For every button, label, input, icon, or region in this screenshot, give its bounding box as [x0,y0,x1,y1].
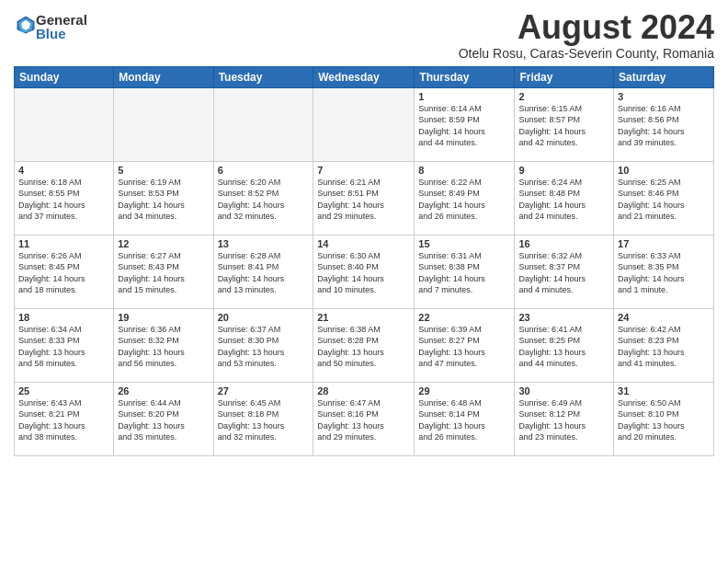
week-row-4: 18Sunrise: 6:34 AM Sunset: 8:33 PM Dayli… [15,308,714,382]
day-number: 12 [118,238,209,249]
day-info: Sunrise: 6:16 AM Sunset: 8:56 PM Dayligh… [618,103,710,149]
col-header-wednesday: Wednesday [313,66,415,87]
day-number: 24 [618,312,710,323]
day-cell: 18Sunrise: 6:34 AM Sunset: 8:33 PM Dayli… [15,308,114,382]
day-cell: 24Sunrise: 6:42 AM Sunset: 8:23 PM Dayli… [614,308,714,382]
logo-text: General Blue [36,13,87,40]
day-number: 1 [418,91,510,102]
day-info: Sunrise: 6:36 AM Sunset: 8:32 PM Dayligh… [118,324,209,370]
day-number: 26 [118,385,209,396]
day-info: Sunrise: 6:26 AM Sunset: 8:45 PM Dayligh… [18,250,109,296]
day-number: 31 [618,385,710,396]
day-info: Sunrise: 6:49 AM Sunset: 8:12 PM Dayligh… [518,397,609,443]
day-cell: 11Sunrise: 6:26 AM Sunset: 8:45 PM Dayli… [15,235,114,308]
day-info: Sunrise: 6:19 AM Sunset: 8:53 PM Dayligh… [118,177,209,223]
day-cell: 25Sunrise: 6:43 AM Sunset: 8:21 PM Dayli… [15,382,114,455]
day-info: Sunrise: 6:24 AM Sunset: 8:48 PM Dayligh… [518,177,609,223]
day-number: 3 [618,91,710,102]
day-info: Sunrise: 6:28 AM Sunset: 8:41 PM Dayligh… [218,250,310,296]
day-info: Sunrise: 6:50 AM Sunset: 8:10 PM Dayligh… [618,397,710,443]
day-cell: 3Sunrise: 6:16 AM Sunset: 8:56 PM Daylig… [614,87,714,161]
day-cell: 1Sunrise: 6:14 AM Sunset: 8:59 PM Daylig… [415,87,515,161]
day-number: 8 [418,165,510,176]
day-cell: 2Sunrise: 6:15 AM Sunset: 8:57 PM Daylig… [515,87,614,161]
day-number: 22 [418,312,510,323]
day-number: 9 [518,165,609,176]
day-number: 11 [18,238,109,249]
logo-general-text: General [36,13,87,27]
day-number: 17 [618,238,710,249]
day-cell: 19Sunrise: 6:36 AM Sunset: 8:32 PM Dayli… [114,308,213,382]
day-info: Sunrise: 6:33 AM Sunset: 8:35 PM Dayligh… [618,250,710,296]
day-cell: 31Sunrise: 6:50 AM Sunset: 8:10 PM Dayli… [614,382,714,455]
day-cell: 30Sunrise: 6:49 AM Sunset: 8:12 PM Dayli… [515,382,614,455]
day-number: 10 [618,165,710,176]
day-info: Sunrise: 6:42 AM Sunset: 8:23 PM Dayligh… [618,324,710,370]
day-info: Sunrise: 6:21 AM Sunset: 8:51 PM Dayligh… [317,177,410,223]
week-row-3: 11Sunrise: 6:26 AM Sunset: 8:45 PM Dayli… [15,235,714,308]
day-number: 5 [118,165,209,176]
day-number: 4 [18,165,109,176]
day-cell: 27Sunrise: 6:45 AM Sunset: 8:18 PM Dayli… [213,382,313,455]
day-cell: 6Sunrise: 6:20 AM Sunset: 8:52 PM Daylig… [213,161,313,235]
day-info: Sunrise: 6:30 AM Sunset: 8:40 PM Dayligh… [317,250,410,296]
day-info: Sunrise: 6:32 AM Sunset: 8:37 PM Dayligh… [518,250,609,296]
week-row-1: 1Sunrise: 6:14 AM Sunset: 8:59 PM Daylig… [15,87,714,161]
day-cell: 13Sunrise: 6:28 AM Sunset: 8:41 PM Dayli… [213,235,313,308]
day-number: 2 [518,91,609,102]
day-number: 7 [317,165,410,176]
day-info: Sunrise: 6:25 AM Sunset: 8:46 PM Dayligh… [618,177,710,223]
day-info: Sunrise: 6:34 AM Sunset: 8:33 PM Dayligh… [18,324,109,370]
calendar-header: SundayMondayTuesdayWednesdayThursdayFrid… [15,66,714,87]
day-number: 19 [118,312,209,323]
day-cell: 16Sunrise: 6:32 AM Sunset: 8:37 PM Dayli… [515,235,614,308]
calendar-body: 1Sunrise: 6:14 AM Sunset: 8:59 PM Daylig… [15,87,714,455]
day-number: 28 [317,385,410,396]
calendar-table: SundayMondayTuesdayWednesdayThursdayFrid… [14,66,714,456]
month-year-title: August 2024 [459,9,714,46]
col-header-thursday: Thursday [415,66,515,87]
logo: General Blue [14,13,87,40]
day-info: Sunrise: 6:15 AM Sunset: 8:57 PM Dayligh… [518,103,609,149]
day-info: Sunrise: 6:45 AM Sunset: 8:18 PM Dayligh… [218,397,310,443]
day-cell: 21Sunrise: 6:38 AM Sunset: 8:28 PM Dayli… [313,308,415,382]
day-number: 20 [218,312,310,323]
col-header-sunday: Sunday [15,66,114,87]
day-cell: 20Sunrise: 6:37 AM Sunset: 8:30 PM Dayli… [213,308,313,382]
day-number: 16 [518,238,609,249]
day-cell: 5Sunrise: 6:19 AM Sunset: 8:53 PM Daylig… [114,161,213,235]
day-info: Sunrise: 6:41 AM Sunset: 8:25 PM Dayligh… [518,324,609,370]
day-number: 30 [518,385,609,396]
page: General Blue August 2024 Otelu Rosu, Car… [0,0,728,563]
day-cell: 10Sunrise: 6:25 AM Sunset: 8:46 PM Dayli… [614,161,714,235]
day-info: Sunrise: 6:27 AM Sunset: 8:43 PM Dayligh… [118,250,209,296]
logo-icon [16,15,36,35]
col-header-tuesday: Tuesday [213,66,313,87]
day-cell: 26Sunrise: 6:44 AM Sunset: 8:20 PM Dayli… [114,382,213,455]
day-cell: 7Sunrise: 6:21 AM Sunset: 8:51 PM Daylig… [313,161,415,235]
day-cell: 12Sunrise: 6:27 AM Sunset: 8:43 PM Dayli… [114,235,213,308]
location-subtitle: Otelu Rosu, Caras-Severin County, Romani… [459,46,714,61]
day-number: 25 [18,385,109,396]
day-cell: 17Sunrise: 6:33 AM Sunset: 8:35 PM Dayli… [614,235,714,308]
title-block: August 2024 Otelu Rosu, Caras-Severin Co… [459,9,714,61]
day-cell [114,87,213,161]
day-number: 14 [317,238,410,249]
day-cell: 22Sunrise: 6:39 AM Sunset: 8:27 PM Dayli… [415,308,515,382]
day-cell: 15Sunrise: 6:31 AM Sunset: 8:38 PM Dayli… [415,235,515,308]
day-cell [313,87,415,161]
day-number: 27 [218,385,310,396]
day-info: Sunrise: 6:38 AM Sunset: 8:28 PM Dayligh… [317,324,410,370]
day-cell: 14Sunrise: 6:30 AM Sunset: 8:40 PM Dayli… [313,235,415,308]
day-number: 23 [518,312,609,323]
day-cell: 8Sunrise: 6:22 AM Sunset: 8:49 PM Daylig… [415,161,515,235]
day-info: Sunrise: 6:37 AM Sunset: 8:30 PM Dayligh… [218,324,310,370]
day-info: Sunrise: 6:44 AM Sunset: 8:20 PM Dayligh… [118,397,209,443]
day-info: Sunrise: 6:14 AM Sunset: 8:59 PM Dayligh… [418,103,510,149]
day-info: Sunrise: 6:22 AM Sunset: 8:49 PM Dayligh… [418,177,510,223]
day-info: Sunrise: 6:47 AM Sunset: 8:16 PM Dayligh… [317,397,410,443]
day-number: 15 [418,238,510,249]
day-number: 6 [218,165,310,176]
header-row: SundayMondayTuesdayWednesdayThursdayFrid… [15,66,714,87]
day-cell: 4Sunrise: 6:18 AM Sunset: 8:55 PM Daylig… [15,161,114,235]
